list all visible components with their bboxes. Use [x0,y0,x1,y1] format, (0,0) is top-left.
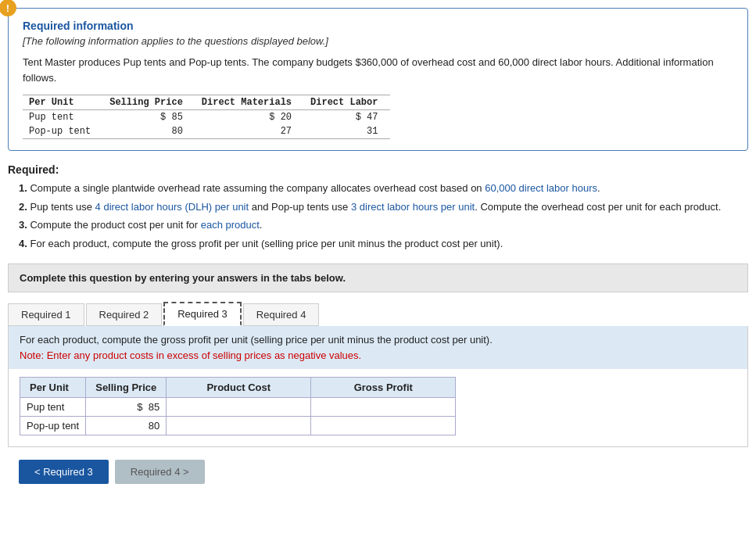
pup-tent-gross-profit-cell[interactable] [311,398,456,417]
popup-tent-gross-profit-cell[interactable] [311,417,456,435]
info-body: Tent Master produces Pup tents and Pop-u… [23,55,733,85]
tab-note: Note: Enter any product costs in excess … [20,349,361,361]
tab-description: For each product, compute the gross prof… [20,334,493,346]
row-pup-tent-dl: $ 47 [304,110,390,125]
table-row: Pup tent $ 85 $ 20 $ 47 [23,110,390,125]
col-header-selling-price: Selling Price [86,378,167,398]
popup-tent-selling-price: 80 [86,417,167,435]
next-button[interactable]: Required 4 > [115,460,205,484]
col-direct-materials: Direct Materials [195,95,304,110]
pup-tent-label: Pup tent [20,398,86,417]
row-popup-tent-dl: 31 [304,124,390,139]
row-popup-tent-dm: 27 [195,124,304,139]
currency-symbol: $ [137,401,142,413]
tab-required-2[interactable]: Required 2 [86,303,163,326]
popup-tent-gross-profit-input[interactable] [317,420,449,432]
pup-tent-product-cost-cell[interactable] [167,398,311,417]
col-selling-price: Selling Price [103,95,195,110]
nav-buttons: < Required 3 Required 4 > [8,460,748,484]
popup-tent-product-cost-input[interactable] [173,420,304,432]
popup-sp-value: 80 [149,420,159,432]
col-per-unit: Per Unit [23,95,103,110]
data-table: Per Unit Selling Price Product Cost Gros… [20,377,456,435]
list-item: 1. Compute a single plantwide overhead r… [19,181,748,196]
pup-tent-product-cost-input[interactable] [173,401,304,413]
required-section: Required: 1. Compute a single plantwide … [8,163,748,251]
pup-tent-selling-price: $ 85 [86,398,167,417]
pup-tent-sp-value: 85 [149,401,159,413]
info-subtitle: [The following information applies to th… [23,35,733,47]
tab-required-4[interactable]: Required 4 [243,303,320,326]
table-row: Pup tent $ 85 [20,398,456,417]
col-header-per-unit: Per Unit [20,378,86,398]
row-pup-tent-dm: $ 20 [195,110,304,125]
row-popup-tent-label: Pop-up tent [23,124,103,139]
tab-required-3[interactable]: Required 3 [163,302,242,326]
list-item: 2. Pup tents use 4 direct labor hours (D… [19,199,748,215]
required-title: Required: [8,163,748,176]
tabs-row: Required 1 Required 2 Required 3 Require… [8,302,748,326]
row-pup-tent-sp: $ 85 [103,110,195,125]
tab-content: For each product, compute the gross prof… [8,326,748,447]
tab-info-bar: For each product, compute the gross prof… [9,326,747,369]
data-table-wrapper: Per Unit Selling Price Product Cost Gros… [9,369,747,446]
prev-button[interactable]: < Required 3 [19,460,109,484]
tab-required-1[interactable]: Required 1 [8,303,84,326]
row-pup-tent-label: Pup tent [23,110,103,125]
info-icon: ! [0,0,16,16]
table-row: Pop-up tent 80 [20,417,456,435]
popup-tent-label: Pop-up tent [20,417,86,435]
list-item: 3. Compute the product cost per unit for… [19,217,748,233]
col-direct-labor: Direct Labor [304,95,390,110]
col-header-gross-profit: Gross Profit [311,378,456,398]
info-title: Required information [23,20,733,32]
row-popup-tent-sp: 80 [103,124,195,139]
popup-tent-product-cost-cell[interactable] [167,417,311,435]
col-header-product-cost: Product Cost [167,378,311,398]
info-box: ! Required information [The following in… [8,8,748,151]
list-item: 4. For each product, compute the gross p… [19,236,748,252]
table-row: Pop-up tent 80 27 31 [23,124,390,139]
instruction-bar: Complete this question by entering your … [8,263,748,292]
pup-tent-gross-profit-input[interactable] [317,401,449,413]
info-table: Per Unit Selling Price Direct Materials … [23,95,390,139]
required-list: 1. Compute a single plantwide overhead r… [8,181,748,251]
